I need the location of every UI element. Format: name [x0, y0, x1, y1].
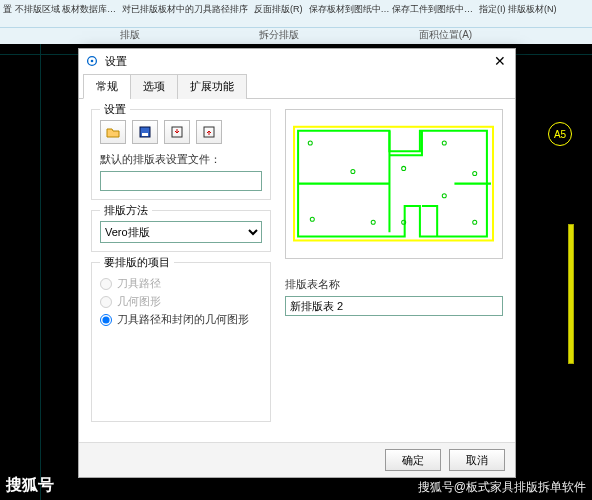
ribbon: 置 不排版区域 板材数据库… 对已排版板材中的刀具路径排序 反面排版(R) 保存… — [0, 0, 592, 28]
group-title: 设置 — [100, 102, 130, 117]
settings-dialog: 设置 ✕ 常规 选项 扩展功能 设置 — [78, 48, 516, 478]
nesting-preview — [285, 109, 503, 259]
ribbon-group-label: 拆分排版 — [259, 28, 299, 44]
ribbon-group-label: 排版 — [120, 28, 140, 44]
save-button[interactable] — [132, 120, 158, 144]
sheet-name-input[interactable] — [285, 296, 503, 316]
tab-options[interactable]: 选项 — [130, 74, 178, 99]
ribbon-group-label: 面积位置(A) — [419, 28, 472, 44]
svg-point-1 — [91, 60, 94, 63]
sheet-name-label: 排版表名称 — [285, 277, 503, 292]
default-file-label: 默认的排版表设置文件： — [100, 152, 262, 167]
svg-point-10 — [372, 221, 376, 225]
radio-toolpaths[interactable]: 刀具路径 — [100, 276, 262, 291]
watermark-left: 搜狐号 — [6, 475, 54, 496]
radio-geometry[interactable]: 几何图形 — [100, 294, 262, 309]
view-badge: A5 — [548, 122, 572, 146]
tab-general[interactable]: 常规 — [83, 74, 131, 99]
ribbon-item[interactable]: 置 不排版区域 板材数据库… — [0, 0, 119, 15]
default-file-input[interactable] — [100, 171, 262, 191]
open-file-button[interactable] — [100, 120, 126, 144]
cad-object — [568, 224, 574, 364]
svg-point-14 — [473, 172, 477, 176]
dialog-title: 设置 — [105, 54, 127, 69]
watermark-right: 搜狐号@板式家具排版拆单软件 — [418, 479, 586, 496]
svg-rect-3 — [142, 133, 148, 136]
radio-toolpaths-and-closed-geometry[interactable]: 刀具路径和封闭的几何图形 — [100, 312, 262, 327]
ribbon-item[interactable]: 保存板材到图纸中… 保存工件到图纸中… — [306, 0, 477, 15]
nesting-method-select[interactable]: Vero排版 — [100, 221, 262, 243]
export-button[interactable] — [196, 120, 222, 144]
ribbon-groups: 排版 拆分排版 面积位置(A) — [0, 28, 592, 44]
dialog-footer: 确定 取消 — [79, 442, 515, 477]
ribbon-item[interactable]: 指定(I) 排版板材(N) — [476, 0, 560, 15]
ribbon-item[interactable]: 对已排版板材中的刀具路径排序 — [119, 0, 251, 15]
settings-group: 设置 默认的排版表设置文件： — [91, 109, 271, 200]
dialog-titlebar: 设置 ✕ — [79, 49, 515, 73]
svg-point-16 — [473, 221, 477, 225]
method-group: 排版方法 Vero排版 — [91, 210, 271, 252]
svg-point-7 — [309, 141, 313, 145]
ok-button[interactable]: 确定 — [385, 449, 441, 471]
ribbon-item[interactable]: 反面排版(R) — [251, 0, 306, 15]
close-button[interactable]: ✕ — [491, 53, 509, 69]
import-button[interactable] — [164, 120, 190, 144]
gear-icon — [85, 54, 99, 68]
svg-point-13 — [443, 141, 447, 145]
group-title: 排版方法 — [100, 203, 152, 218]
svg-point-11 — [402, 167, 406, 171]
svg-point-8 — [351, 170, 355, 174]
dialog-tabs: 常规 选项 扩展功能 — [79, 73, 515, 99]
tab-advanced[interactable]: 扩展功能 — [177, 74, 247, 99]
svg-point-15 — [443, 194, 447, 198]
svg-point-9 — [311, 217, 315, 221]
group-title: 要排版的项目 — [100, 255, 174, 270]
items-group: 要排版的项目 刀具路径 几何图形 刀具路径和封闭的几何图形 — [91, 262, 271, 422]
cancel-button[interactable]: 取消 — [449, 449, 505, 471]
